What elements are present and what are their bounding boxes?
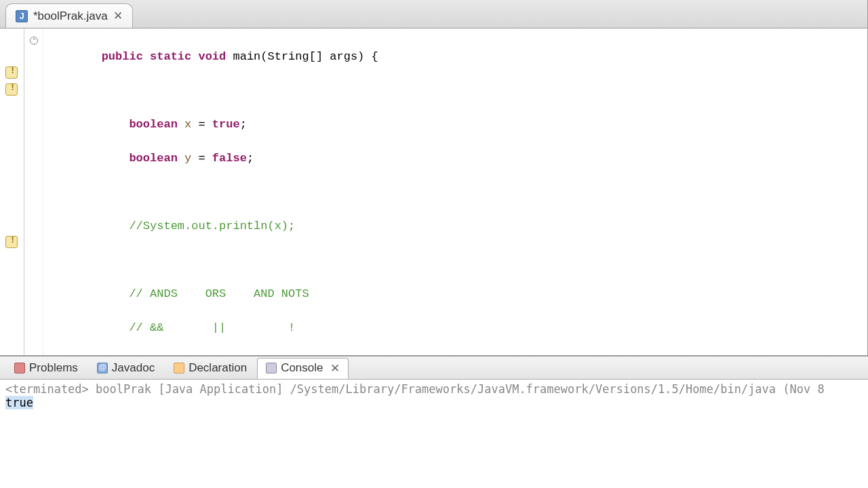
java-file-icon <box>16 10 28 22</box>
tab-javadoc[interactable]: Javadoc <box>88 358 163 378</box>
panel-tabs: Problems Javadoc Declaration Console ✕ <box>0 357 868 380</box>
close-console-icon[interactable]: ✕ <box>330 361 340 375</box>
declaration-icon <box>174 363 184 373</box>
tab-bar: *boolPrak.java ✕ <box>0 0 867 28</box>
javadoc-icon <box>97 363 108 373</box>
close-tab-icon[interactable]: ✕ <box>113 9 123 23</box>
tab-console[interactable]: Console ✕ <box>257 358 348 379</box>
fold-toggle-icon[interactable] <box>30 37 38 45</box>
problems-icon <box>14 363 25 373</box>
code-content[interactable]: public static void main(String[] args) {… <box>43 28 867 355</box>
console-header: <terminated> boolPrak [Java Application]… <box>5 382 863 396</box>
warning-icon[interactable] <box>5 66 18 79</box>
tab-problems[interactable]: Problems <box>5 358 87 378</box>
code-area[interactable]: public static void main(String[] args) {… <box>0 28 867 355</box>
tab-filename: *boolPrak.java <box>33 9 108 23</box>
tab-declaration[interactable]: Declaration <box>165 358 256 378</box>
console-body[interactable]: <terminated> boolPrak [Java Application]… <box>0 380 868 412</box>
warning-icon[interactable] <box>5 236 18 248</box>
console-output: true <box>5 396 863 409</box>
marker-gutter <box>0 28 24 355</box>
fold-gutter <box>24 28 43 355</box>
warning-icon[interactable] <box>5 83 18 96</box>
editor-tab[interactable]: *boolPrak.java ✕ <box>5 3 133 28</box>
editor-area: *boolPrak.java ✕ public static void main… <box>0 0 868 355</box>
console-icon <box>266 363 277 373</box>
bottom-panel: Problems Javadoc Declaration Console ✕ <… <box>0 355 868 488</box>
